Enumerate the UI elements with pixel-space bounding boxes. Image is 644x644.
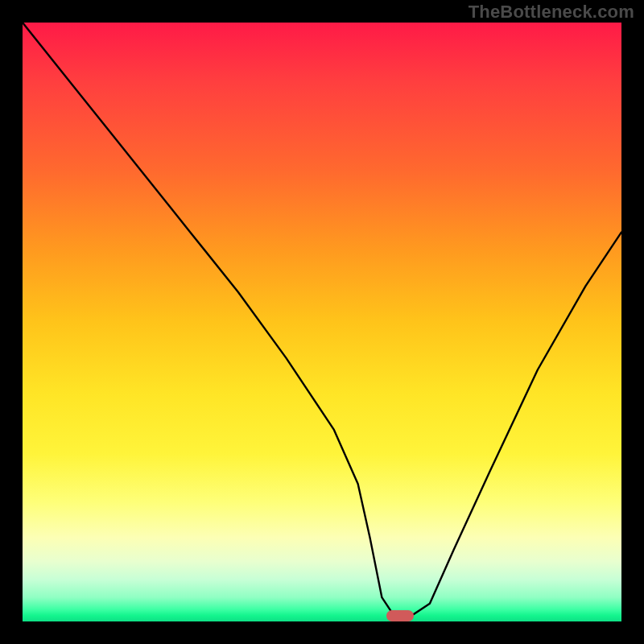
- optimal-point-marker: [386, 610, 414, 621]
- watermark-text: TheBottleneck.com: [469, 2, 634, 23]
- bottleneck-curve: [23, 23, 621, 621]
- plot-area: [23, 23, 621, 621]
- chart-frame: TheBottleneck.com: [0, 0, 644, 644]
- curve-path: [23, 23, 621, 616]
